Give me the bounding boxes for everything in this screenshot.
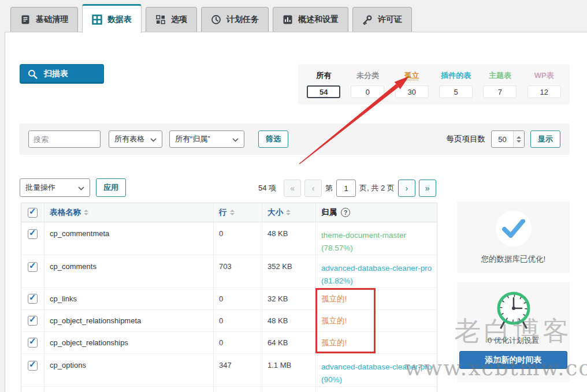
- owner-label: 孤立的!: [321, 293, 347, 305]
- table-row: cp_commentmeta048 KBtheme-document-maste…: [21, 222, 437, 255]
- table-body: cp_commentmeta048 KBtheme-document-maste…: [21, 222, 437, 387]
- row-checkbox[interactable]: [28, 316, 38, 326]
- clock-icon: [211, 14, 221, 25]
- owner-label: 孤立的!: [321, 315, 347, 327]
- category-label[interactable]: 插件的表: [441, 70, 471, 81]
- next-page-button[interactable]: ›: [398, 180, 415, 197]
- show-button[interactable]: 显示: [530, 130, 560, 148]
- document-icon: [20, 14, 31, 25]
- help-question-icon[interactable]: ?: [341, 208, 350, 217]
- alarm-clock-icon: [457, 282, 570, 331]
- tab-options[interactable]: 选项: [146, 7, 197, 32]
- table-name: cp_commentmeta: [50, 229, 109, 238]
- owner-cell: advanced-database-cleaner-pro (81.82%): [316, 255, 437, 288]
- add-schedule-button[interactable]: 添加新的时间表: [459, 351, 567, 369]
- table-name: cp_options: [50, 361, 86, 369]
- size-cell: 1.1 MB: [262, 354, 316, 386]
- tab-label: 选项: [171, 14, 187, 25]
- tab-label: 概述和设置: [298, 14, 339, 25]
- sort-arrows-icon[interactable]: [286, 210, 291, 215]
- category-theme-tables[interactable]: 主题表7: [478, 70, 522, 98]
- chart-icon: [283, 14, 293, 25]
- table-name-cell: cp_object_relationshipmeta: [44, 310, 214, 331]
- tab-license[interactable]: 许可证: [352, 7, 412, 32]
- table-icon: [92, 14, 102, 25]
- spinner-arrows-icon[interactable]: [513, 131, 524, 147]
- row-count-cell: 347: [214, 354, 262, 386]
- options-grid-icon: [155, 14, 166, 25]
- category-label[interactable]: 主题表: [489, 70, 511, 81]
- tab-scheduled-tasks[interactable]: 计划任务: [201, 7, 269, 32]
- owner-label[interactable]: advanced-database-cleaner-pro (81.82%): [321, 262, 433, 287]
- table-name: cp_object_relationships: [50, 338, 128, 347]
- header-name[interactable]: 表格名称: [44, 203, 214, 222]
- table-name-cell: cp_commentmeta: [44, 222, 214, 255]
- tab-label: 计划任务: [226, 14, 259, 25]
- row-checkbox[interactable]: [28, 294, 38, 304]
- search-input[interactable]: [28, 130, 101, 148]
- current-page-input[interactable]: [336, 180, 356, 197]
- owner-filter-select[interactable]: 所有“归属”: [169, 130, 244, 148]
- per-page-spinner[interactable]: 50: [491, 130, 525, 148]
- category-plugin-tables[interactable]: 插件的表5: [434, 70, 478, 98]
- category-orphan[interactable]: 孤立30: [390, 70, 434, 98]
- header-rows[interactable]: 行: [214, 203, 262, 222]
- header-size[interactable]: 大小: [262, 203, 316, 222]
- apply-button[interactable]: 应用: [96, 178, 126, 197]
- per-page-value: 50: [492, 135, 513, 144]
- table-type-select-value: 所有表格: [114, 134, 144, 144]
- key-icon: [362, 14, 373, 25]
- table-name: cp_object_relationshipmeta: [50, 316, 141, 325]
- tab-data-tables[interactable]: 数据表: [82, 4, 142, 33]
- row-count-cell: 0: [214, 288, 262, 309]
- row-checkbox[interactable]: [28, 361, 38, 371]
- table-type-select[interactable]: 所有表格: [109, 130, 162, 148]
- chevron-down-icon: [232, 135, 239, 144]
- first-page-button[interactable]: «: [284, 180, 301, 197]
- main-panel: 扫描表 所有54未分类0孤立30插件的表5主题表7WP表12 所有表格 所有“归…: [5, 32, 587, 392]
- sort-arrows-icon[interactable]: [230, 210, 235, 215]
- table-row: cp_options3471.1 MBadvanced-database-cle…: [21, 354, 437, 387]
- tab-label: 基础清理: [36, 14, 68, 25]
- tab-bar: 基础清理数据表选项计划任务概述和设置许可证: [10, 0, 412, 32]
- bulk-action-select-value: 批量操作: [25, 182, 55, 193]
- category-label[interactable]: 未分类: [356, 70, 379, 81]
- category-count: 12: [527, 85, 561, 98]
- prev-page-button[interactable]: ‹: [304, 180, 322, 197]
- category-count: 54: [307, 85, 340, 98]
- database-optimized-card: 您的数据库已优化!: [457, 201, 570, 273]
- table-name-cell: cp_links: [44, 288, 214, 309]
- row-checkbox[interactable]: [28, 229, 38, 239]
- tab-basic-cleanup[interactable]: 基础清理: [10, 7, 78, 32]
- table-name: cp_comments: [50, 262, 96, 271]
- row-count-cell: 0: [214, 310, 262, 331]
- row-checkbox[interactable]: [28, 262, 38, 272]
- pagination: 54 项 « ‹ 第 页, 共 2 页 › »: [258, 179, 436, 197]
- category-label[interactable]: WP表: [534, 70, 554, 81]
- last-page-button[interactable]: »: [419, 180, 436, 197]
- category-count: 7: [483, 85, 517, 98]
- optimized-text: 您的数据库已优化!: [481, 254, 546, 264]
- bulk-action-select[interactable]: 批量操作: [20, 178, 90, 197]
- size-cell: 64 KB: [262, 332, 316, 353]
- tab-overview-settings[interactable]: 概述和设置: [273, 7, 348, 32]
- table-row: cp_comments703352 KBadvanced-database-cl…: [21, 255, 437, 288]
- header-owner-label: 归属: [321, 207, 337, 218]
- sort-arrows-icon[interactable]: [84, 210, 88, 215]
- category-wp-tables[interactable]: WP表12: [522, 70, 566, 98]
- category-uncategorized[interactable]: 未分类0: [345, 70, 389, 98]
- category-label[interactable]: 孤立: [404, 70, 419, 81]
- owner-label[interactable]: theme-document-master (78.57%): [321, 229, 433, 254]
- category-filter-summary: 所有54未分类0孤立30插件的表5主题表7WP表12: [298, 64, 570, 104]
- category-label[interactable]: 所有: [316, 70, 331, 81]
- scan-tables-button[interactable]: 扫描表: [20, 64, 104, 84]
- category-all[interactable]: 所有54: [302, 70, 345, 98]
- row-checkbox[interactable]: [28, 338, 38, 348]
- page-suffix-label: 页, 共 2 页: [359, 183, 395, 193]
- select-all-checkbox[interactable]: [28, 208, 38, 218]
- table-row-partial: [21, 387, 437, 392]
- owner-label[interactable]: advanced-database-cleaner-pro (90%): [321, 361, 433, 386]
- filter-button[interactable]: 筛选: [258, 130, 288, 148]
- header-owner: 归属 ?: [316, 203, 437, 222]
- category-count: 30: [395, 85, 429, 98]
